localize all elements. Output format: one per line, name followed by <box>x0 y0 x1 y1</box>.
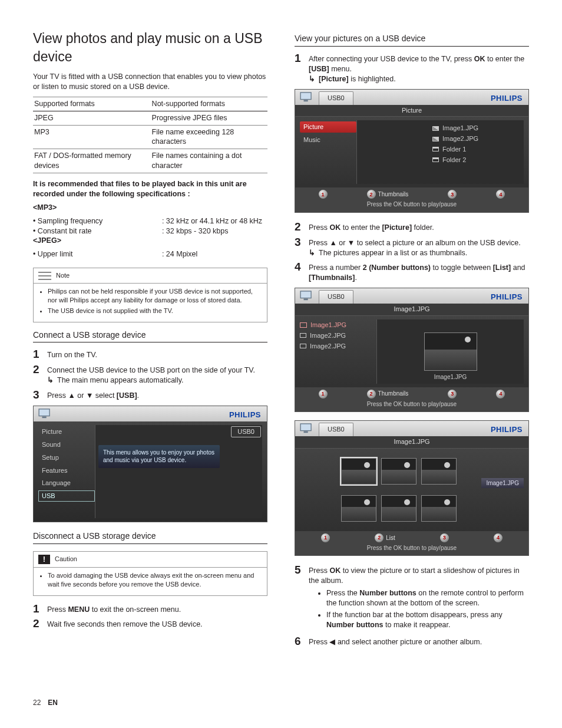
footer-hint: Press the OK button to play/pause <box>299 200 525 209</box>
thumbnail <box>421 495 457 522</box>
connect-heading: Connect a USB storage device <box>33 330 267 343</box>
svg-rect-0 <box>39 409 49 416</box>
thumbnail <box>421 458 457 485</box>
menu-item: Features <box>38 465 95 476</box>
bullet-item: If the function bar at the bottom disapp… <box>326 610 529 630</box>
svg-rect-7 <box>304 431 308 433</box>
brand-label: PHILIPS <box>229 410 261 420</box>
tab-usb0: USB0 <box>319 290 353 304</box>
page-lang: EN <box>48 698 58 707</box>
tooltip-text: This menu allows you to enjoy your photo… <box>98 445 220 468</box>
formats-table: Supported formats Not-supported formats … <box>33 97 267 173</box>
footer-button-4: 4 <box>496 190 505 199</box>
step-item: 2 Press OK to enter the [Picture] folder… <box>295 221 529 233</box>
footer-button-1: 1 <box>319 190 328 199</box>
thumbnail <box>381 458 416 485</box>
tab-usb0: USB0 <box>319 91 353 105</box>
menu-item: Language <box>38 477 95 489</box>
file-item: Image1.JPG <box>432 124 519 133</box>
thumbnail-selected <box>341 458 376 485</box>
spec-block: It is recommended that files to be playe… <box>33 179 267 259</box>
menu-item: Music <box>300 134 356 146</box>
step-item: 1 After connecting your USB device to th… <box>295 52 529 84</box>
monitor-icon <box>38 409 51 419</box>
mp3-label: <MP3> <box>33 203 57 212</box>
step-item: 3 Press ▲ or ▼ select [USB]. <box>33 389 267 401</box>
step-item: 1 Turn on the TV. <box>33 348 267 360</box>
picture-icon <box>432 137 439 141</box>
result-arrow: [Picture] is highlighted. <box>309 75 396 83</box>
brand-label: PHILIPS <box>491 93 523 104</box>
jpeg-label: <JPEG> <box>33 236 61 245</box>
camera-icon <box>300 322 307 328</box>
page-footer: 22 EN <box>33 698 529 707</box>
footer-button-2: 2 <box>375 533 384 542</box>
file-item: Folder 2 <box>432 156 519 164</box>
svg-rect-5 <box>304 299 308 301</box>
tv-screenshot-picture-menu: USB0 PHILIPS Picture Picture Music Image… <box>295 89 529 213</box>
footer-button-1: 1 <box>321 533 330 542</box>
caution-title: Caution <box>55 555 77 564</box>
tv-screenshot-list-view: USB0 PHILIPS Image1.JPG Image1.JPG Image… <box>295 288 529 412</box>
spec-row: • Constant bit rate : 32 kbps - 320 kbps <box>33 226 267 236</box>
footer-button-3: 3 <box>448 190 457 199</box>
spec-lead: It is recommended that files to be playe… <box>33 180 247 198</box>
result-arrow: The pictures appear in a list or as thum… <box>309 249 467 257</box>
step-item: 2 Connect the USB device to the USB port… <box>33 364 267 386</box>
footer-hint: Press the OK button to play/pause <box>299 544 525 552</box>
picture-icon <box>300 333 306 338</box>
footer-hint: Press the OK button to play/pause <box>299 400 525 409</box>
section-title: View photos and play music on a USB devi… <box>33 29 267 66</box>
spec-row: • Upper limit : 24 Mpixel <box>33 249 267 259</box>
file-item: Folder 1 <box>432 145 519 154</box>
step-item: 4 Press a number 2 (Number buttons) to t… <box>295 261 529 283</box>
col-notsupported: Not-supported formats <box>151 97 267 111</box>
folder-icon <box>432 157 439 162</box>
step-item: 6 Press ◀ and select another picture or … <box>295 635 529 647</box>
tab-usb0: USB0 <box>319 423 353 436</box>
result-arrow: The main menu appears automatically. <box>47 376 183 384</box>
note-box: Note Philips can not be held responsible… <box>33 268 267 322</box>
file-item: Image2.JPG <box>432 134 519 143</box>
monitor-icon <box>300 92 313 103</box>
note-item: The USB device is not supplied with the … <box>48 307 261 315</box>
selection-label: Image1.JPG <box>481 478 524 489</box>
step-item: 2 Wait five seconds then remove the USB … <box>33 618 267 630</box>
picture-icon <box>300 344 306 348</box>
screen-header: Image1.JPG <box>295 304 528 316</box>
footer-button-2: 2 <box>367 390 376 398</box>
preview-thumbnail <box>424 332 477 371</box>
step-item: 3 Press ▲ or ▼ to select a picture or an… <box>295 236 529 258</box>
thumbnail <box>341 495 376 522</box>
screen-header: Image1.JPG <box>295 436 528 449</box>
monitor-icon <box>300 423 313 434</box>
preview-label: Image1.JPG <box>434 373 467 381</box>
tv-screenshot-main-menu: PHILIPS Picture Sound Setup Features Lan… <box>33 406 267 522</box>
table-row: MP3 File name exceeding 128 characters <box>33 125 267 149</box>
view-pictures-heading: View your pictures on a USB device <box>295 33 529 47</box>
spec-row: • Sampling frequency : 32 kHz or 44.1 kH… <box>33 216 267 226</box>
menu-item-selected: Picture <box>300 121 356 133</box>
caution-icon: ! <box>38 555 50 564</box>
menu-item: Setup <box>38 452 95 463</box>
page-number: 22 <box>33 698 41 707</box>
disconnect-heading: Disconnect a USB storage device <box>33 531 267 544</box>
usb-pill: USB0 <box>231 426 261 437</box>
tv-screenshot-thumbnails-view: USB0 PHILIPS Image1.JPG Image1.JPG 1 <box>295 420 529 556</box>
footer-button-2: 2 <box>367 190 376 199</box>
note-item: Philips can not be held responsible if y… <box>48 287 261 305</box>
menu-item: Sound <box>38 439 95 450</box>
table-row: JPEG Progressive JPEG files <box>33 111 267 125</box>
step-item: 1 Press MENU to exit the on-screen menu. <box>33 603 267 615</box>
footer-button-1: 1 <box>319 390 328 398</box>
footer-button-4: 4 <box>494 533 503 542</box>
thumbnail <box>381 495 416 522</box>
menu-item-selected: USB <box>38 490 95 502</box>
screen-header: Picture <box>295 105 528 117</box>
caution-box: ! Caution To avoid damaging the USB devi… <box>33 551 267 596</box>
footer-button-3: 3 <box>448 390 457 398</box>
svg-rect-1 <box>42 416 47 418</box>
menu-item: Picture <box>38 426 95 437</box>
svg-rect-2 <box>300 92 311 99</box>
monitor-icon <box>300 291 313 301</box>
